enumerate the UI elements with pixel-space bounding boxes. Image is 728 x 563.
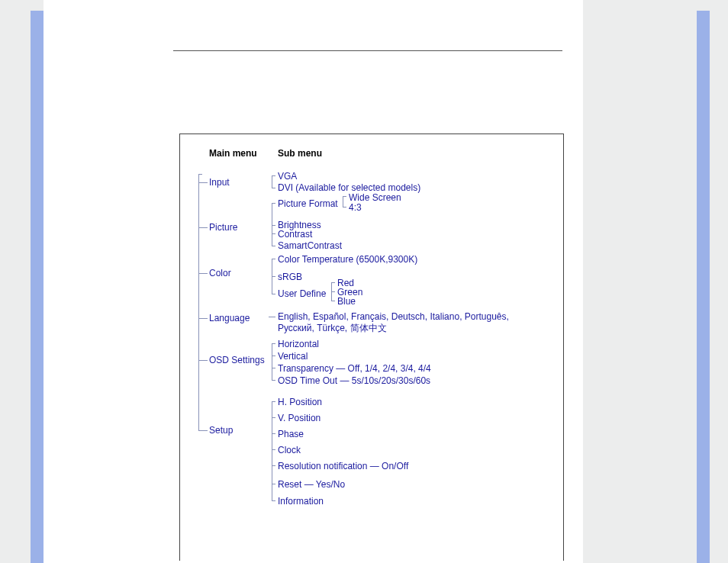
sub-item-4-3: 4:3 <box>349 202 362 213</box>
separator-dash: — <box>336 363 345 374</box>
tree-branch <box>198 430 208 431</box>
sub-item-information: Information <box>278 496 324 507</box>
tree-line <box>272 401 272 500</box>
osd-menu-diagram: Main menu Sub menu Input VGA DVI (Availa… <box>179 134 564 561</box>
sub-item-vga: VGA <box>278 171 297 182</box>
tree-line <box>331 291 335 292</box>
tree-line <box>272 188 275 188</box>
sub-item-horizontal: Horizontal <box>278 339 319 349</box>
tree-line <box>272 417 275 418</box>
sub-item-contrast: Contrast <box>278 229 312 240</box>
sub-item-transparency-opts: Off, 1/4, 2/4, 3/4, 4/4 <box>348 363 431 374</box>
sub-item-osd-timeout: OSD Time Out <box>278 375 337 386</box>
main-item-language: Language <box>209 313 250 323</box>
decorative-stripe-right <box>697 11 710 563</box>
main-item-osd-settings: OSD Settings <box>209 355 265 365</box>
main-item-input: Input <box>209 177 230 188</box>
separator-dash: — <box>340 375 349 386</box>
main-item-color: Color <box>209 268 231 278</box>
sub-item-blue: Blue <box>337 296 356 307</box>
sub-item-reset: Reset <box>278 479 301 490</box>
sub-item-languages-line1: English, Español, Français, Deutsch, Ita… <box>278 311 509 322</box>
sub-item-h-position: H. Position <box>278 397 322 407</box>
tree-line <box>272 465 275 466</box>
tree-line <box>272 343 272 380</box>
tree-line <box>272 355 275 356</box>
sub-item-picture-format: Picture Format <box>278 198 338 209</box>
tree-branch <box>198 360 208 361</box>
tree-branch <box>198 273 208 274</box>
sub-item-languages-line2: Русский, Türkçe, 简体中文 <box>278 323 387 333</box>
tree-line <box>272 276 275 277</box>
tree-trunk-main <box>198 174 199 430</box>
tree-line <box>272 484 275 484</box>
sub-item-osd-timeout-opts: 5s/10s/20s/30s/60s <box>352 375 430 386</box>
tree-line <box>272 233 275 234</box>
tree-line <box>331 301 335 301</box>
tree-line <box>272 401 275 402</box>
sub-item-color-temp: Color Temperature (6500K,9300K) <box>278 254 417 265</box>
sub-item-resolution-notification-opts: On/Off <box>382 461 408 471</box>
sub-item-srgb: sRGB <box>278 272 302 282</box>
tree-branch <box>198 227 208 228</box>
sub-item-dvi: DVI (Available for selected models) <box>278 182 420 193</box>
tree-line <box>272 500 275 501</box>
tree-line <box>272 343 275 344</box>
heading-sub-menu: Sub menu <box>278 148 322 159</box>
main-item-picture: Picture <box>209 222 237 233</box>
sub-item-reset-opts: Yes/No <box>316 479 345 490</box>
tree-line <box>272 246 275 246</box>
tree-line <box>331 282 335 283</box>
tree-line <box>272 259 275 259</box>
sub-item-v-position: V. Position <box>278 413 321 423</box>
tree-line <box>272 380 275 381</box>
tree-line <box>272 449 275 450</box>
decorative-stripe-left <box>31 11 43 563</box>
document-page: Main menu Sub menu Input VGA DVI (Availa… <box>43 0 583 563</box>
tree-branch <box>198 318 208 319</box>
main-item-setup: Setup <box>209 425 233 436</box>
sub-item-resolution-notification: Resolution notification <box>278 461 367 471</box>
tree-line <box>272 203 275 204</box>
tree-line <box>269 317 275 317</box>
tree-cap <box>198 174 202 175</box>
horizontal-rule <box>173 50 562 51</box>
sub-item-smart-contrast: SamartContrast <box>278 240 342 251</box>
separator-dash: — <box>304 479 314 490</box>
tree-line <box>272 175 275 176</box>
tree-line <box>272 294 275 294</box>
heading-main-menu: Main menu <box>209 148 257 159</box>
sub-item-vertical: Vertical <box>278 351 308 362</box>
sub-item-wide-screen: Wide Screen <box>349 192 401 203</box>
tree-line <box>272 225 275 226</box>
sub-item-user-define: User Define <box>278 288 326 299</box>
tree-line <box>343 196 346 197</box>
viewport: Main menu Sub menu Input VGA DVI (Availa… <box>0 0 728 563</box>
tree-line <box>272 175 272 188</box>
sub-item-transparency: Transparency <box>278 363 333 374</box>
tree-line <box>343 207 346 208</box>
sub-item-clock: Clock <box>278 445 301 455</box>
tree-line <box>343 196 343 207</box>
tree-line <box>272 368 275 368</box>
tree-line <box>272 433 275 434</box>
separator-dash: — <box>370 461 379 471</box>
tree-branch <box>198 182 208 183</box>
tree-line <box>272 203 272 246</box>
sub-item-phase: Phase <box>278 429 304 439</box>
